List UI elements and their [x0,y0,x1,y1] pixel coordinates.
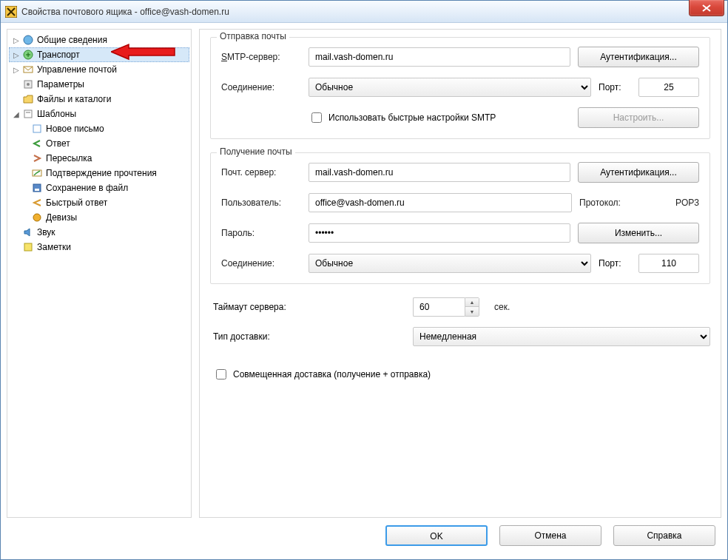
recv-user-input[interactable] [309,193,572,212]
delivery-label: Тип доставки: [213,331,405,342]
dialog-window: Свойства почтового ящика - office@vash-d… [0,0,728,560]
transport-icon [22,49,34,61]
templates-icon [22,108,34,120]
sidebar-item-motto[interactable]: Девизы [9,210,189,225]
fast-smtp-row: Использовать быстрые настройки SMTP [309,110,570,125]
fast-smtp-label: Использовать быстрые настройки SMTP [328,112,496,123]
expand-icon[interactable]: ▷ [12,36,21,44]
sidebar-item-general[interactable]: ▷ Общие сведения [9,33,189,47]
folder-icon [22,93,34,105]
notes-icon [22,241,34,253]
spin-up-icon[interactable]: ▲ [465,298,479,307]
send-group: Отправка почты SMTP-сервер: Аутентификац… [210,37,710,139]
save-icon [31,182,43,194]
svg-rect-12 [35,189,39,191]
main-panel: Отправка почты SMTP-сервер: Аутентификац… [199,29,721,518]
sidebar-item-confirm[interactable]: Подтверждение прочтения [9,166,189,181]
timeout-spinner[interactable]: ▲▼ [413,297,479,317]
recv-proto-label: Протокол: [579,198,634,208]
recv-pass-input[interactable] [309,223,570,243]
recv-conn-label: Соединение: [221,258,301,269]
app-icon [5,6,17,18]
sidebar: ▷ Общие сведения ▷ Транспорт ▷ Управлени… [7,29,192,518]
combined-row: Совмещенная доставка (получение + отправ… [210,367,710,382]
combined-label: Совмещенная доставка (получение + отправ… [233,369,431,379]
recv-connection-select[interactable]: Обычное [309,254,591,273]
timeout-label: Таймаут сервера: [213,302,405,312]
close-icon [702,4,711,12]
sidebar-item-label: Файлы и каталоги [37,94,111,104]
recv-user-label: Пользователь: [221,198,301,208]
window-title: Свойства почтового ящика - office@vash-d… [21,7,229,17]
send-port-label: Порт: [599,82,631,92]
help-button[interactable]: Справка [613,525,715,546]
sidebar-item-label: Сохранение в файл [46,183,128,193]
sidebar-item-qreply[interactable]: Быстрый ответ [9,195,189,210]
sidebar-item-label: Управление почтой [37,64,117,75]
ok-button[interactable]: OK [385,525,488,546]
sidebar-item-templates[interactable]: ◢ Шаблоны [9,107,189,121]
delivery-select[interactable]: Немедленная [413,327,710,346]
fast-smtp-checkbox[interactable] [311,112,322,123]
recv-server-input[interactable] [309,163,570,182]
panes: ▷ Общие сведения ▷ Транспорт ▷ Управлени… [7,29,721,518]
sidebar-item-params[interactable]: Параметры [9,77,189,92]
svg-rect-7 [24,110,32,118]
sidebar-item-label: Быстрый ответ [46,198,107,208]
sidebar-item-label: Шаблоны [37,109,76,119]
sidebar-item-reply[interactable]: Ответ [9,136,189,151]
recv-port-label: Порт: [599,258,631,269]
sidebar-item-label: Подтверждение прочтения [46,168,157,178]
svg-rect-9 [33,125,41,132]
configure-button[interactable]: Настроить... [578,107,699,128]
sidebar-item-notes[interactable]: Заметки [9,240,189,254]
sidebar-item-label: Новое письмо [46,124,104,134]
content-area: ▷ Общие сведения ▷ Транспорт ▷ Управлени… [7,29,721,553]
recv-group: Получение почты Почт. сервер: Аутентифик… [210,152,710,284]
reply-icon [31,138,43,149]
timeout-unit: сек. [494,302,510,312]
recv-pass-label: Пароль: [221,228,301,238]
params-icon [22,78,34,90]
sidebar-item-mail-manage[interactable]: ▷ Управление почтой [9,62,189,77]
recv-server-label: Почт. сервер: [221,167,301,178]
spin-down-icon[interactable]: ▼ [465,307,479,316]
send-port-input[interactable] [638,78,699,97]
sidebar-item-forward[interactable]: Пересылка [9,151,189,166]
collapse-icon[interactable]: ◢ [12,110,21,118]
qreply-icon [31,197,43,209]
sidebar-item-save[interactable]: Сохранение в файл [9,181,189,195]
recv-legend: Получение почты [217,146,295,157]
globe-icon [22,34,34,46]
dialog-footer: OK Отмена Справка [7,518,721,553]
smtp-label: SMTP-сервер: [221,52,301,62]
combined-checkbox[interactable] [216,369,226,379]
sidebar-item-new-letter[interactable]: Новое письмо [9,121,189,136]
sidebar-item-transport[interactable]: ▷ Транспорт [9,47,189,62]
recv-auth-button[interactable]: Аутентификация... [578,162,699,183]
smtp-auth-button[interactable]: Аутентификация... [578,47,699,67]
close-button[interactable] [689,0,724,16]
new-icon [31,123,43,135]
timeout-input[interactable] [413,297,465,317]
send-legend: Отправка почты [217,31,289,41]
change-pass-button[interactable]: Изменить... [578,223,699,243]
motto-icon [31,212,43,223]
titlebar: Свойства почтового ящика - office@vash-d… [1,1,727,23]
smtp-server-input[interactable] [309,47,570,67]
sidebar-item-label: Ответ [46,138,70,149]
cancel-button[interactable]: Отмена [499,525,601,546]
svg-point-6 [27,83,30,86]
sidebar-item-files[interactable]: Файлы и каталоги [9,92,189,107]
mail-manage-icon [22,64,34,75]
send-connection-select[interactable]: Обычное [309,78,591,97]
expand-icon[interactable]: ▷ [12,66,21,74]
svg-point-2 [24,36,33,44]
forward-icon [31,152,43,164]
recv-port-input[interactable] [638,254,699,273]
sidebar-item-sound[interactable]: Звук [9,225,189,240]
sidebar-item-label: Девизы [46,212,77,223]
sidebar-item-label: Пересылка [46,153,92,163]
expand-icon[interactable]: ▷ [12,51,21,59]
confirm-icon [31,167,43,179]
